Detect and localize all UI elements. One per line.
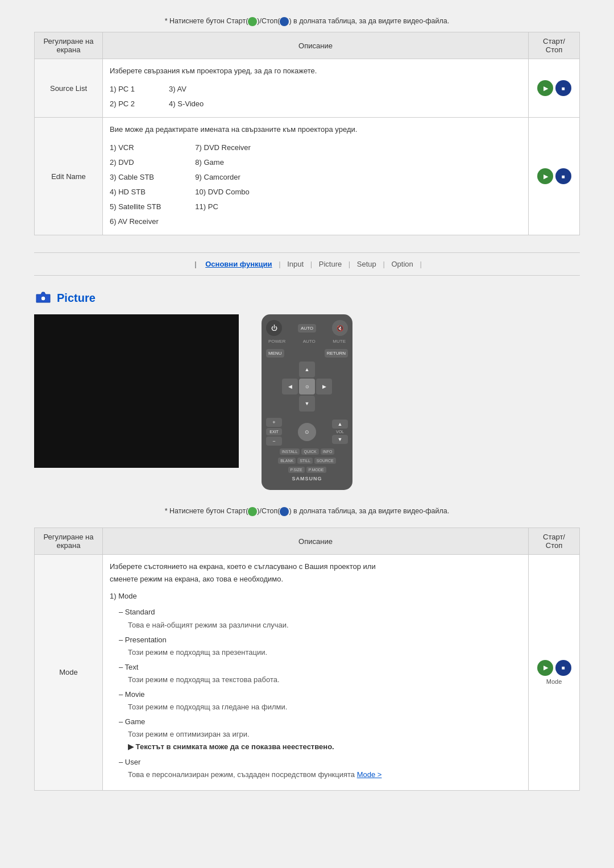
nav-sep2: | [310, 260, 312, 268]
mode-desc: Това е най-общият режим за различни случ… [128, 619, 521, 632]
mode-user: – User Това е персонализиран режим, създ… [119, 756, 521, 781]
table-row: Mode Изберете състоянието на екрана, кое… [35, 555, 580, 791]
nav-item-option[interactable]: Option [391, 260, 413, 268]
remote-small-row3: P.SIZE P.MODE [288, 467, 326, 473]
picture-screen [34, 314, 239, 468]
play-stop-group-2 [536, 168, 572, 184]
stop-button-mode[interactable] [555, 660, 571, 676]
nav-sep3: | [349, 260, 350, 268]
remote-top-row: ⏻ AUTO 🔇 [266, 320, 348, 336]
remote-center-action[interactable]: ⊙ [298, 423, 316, 441]
play-button-2[interactable] [537, 168, 553, 184]
remote-quick-btn[interactable]: QUICK [301, 448, 318, 455]
play-stop-group [536, 80, 572, 96]
editname-item: 7) DVD Receiver [195, 140, 251, 155]
editname-item: 4) HD STB [110, 185, 161, 200]
remote-pmode-btn[interactable]: P.MODE [306, 467, 326, 473]
remote-return-btn[interactable]: RETURN [325, 349, 348, 358]
nav-sep5: | [420, 260, 421, 268]
remote-vup2[interactable]: ▲ [332, 420, 348, 429]
mode-btn-cell: Mode [529, 555, 580, 791]
mode-desc: Това е персонализиран режим, създаден по… [128, 769, 521, 781]
remote-vol-up[interactable]: + [266, 418, 282, 427]
stop-icon-2 [280, 507, 289, 516]
source-item: 3) AV [169, 82, 204, 97]
mode-link[interactable]: Mode > [357, 770, 382, 779]
nav-item-picture[interactable]: Picture [319, 260, 342, 268]
nav-item-input[interactable]: Input [287, 260, 304, 268]
editname-item: 8) Game [195, 155, 251, 170]
source-item: 1) PC 1 [110, 82, 135, 97]
remote-source-btn[interactable]: SOURCE [314, 458, 336, 464]
table1-col3-header: Старт/Стоп [529, 32, 580, 59]
mode-standard: – Standard Това е най-общият режим за ра… [119, 606, 521, 631]
mode-name: – Text [119, 661, 521, 674]
row-label-source: Source List [35, 59, 103, 118]
remote-install-btn[interactable]: INSTALL [280, 448, 300, 455]
stop-button-2[interactable] [555, 168, 571, 184]
mode-btn-label: Mode [536, 678, 572, 685]
nav-sep4: | [383, 260, 384, 268]
play-button[interactable] [537, 80, 553, 96]
note2-mid: )/Стоп( [257, 507, 280, 515]
stop-button[interactable] [555, 80, 571, 96]
start-icon-1 [248, 17, 257, 26]
stop-icon-1 [280, 17, 289, 26]
remote-power-btn[interactable]: ⏻ [266, 320, 282, 336]
table-1: Регулиране на екрана Описание Старт/Стоп… [34, 32, 580, 235]
table1-col2-header: Описание [103, 32, 529, 59]
page-container: * Натиснете бутон Старт()/Стоп() в долна… [0, 0, 614, 825]
editname-desc-text: Вие може да редактирате имената на свърз… [110, 123, 521, 136]
mode-desc: Този режим е подходящ за гледане на филм… [128, 701, 521, 713]
row-label-mode: Mode [35, 555, 103, 791]
editname-item: 10) DVD Combo [195, 185, 251, 200]
remote-still-btn[interactable]: STILL [297, 458, 313, 464]
remote-small-row2: BLANK STILL SOURCE [278, 458, 336, 464]
remote-vol-down[interactable]: − [266, 437, 282, 446]
remote-up-btn[interactable]: ▲ [299, 362, 315, 377]
nav-item-osnovni[interactable]: Основни функции [205, 260, 272, 268]
mode-name: – User [119, 756, 521, 769]
remote-center-btn[interactable]: ⊙ [299, 379, 315, 394]
remote-menu-row: MENU RETURN [266, 349, 348, 358]
mode-desc: Този режим е подходящ за текстова работа… [128, 674, 521, 686]
picture-header: Picture [34, 290, 580, 306]
remote-mute-btn[interactable]: 🔇 [332, 320, 348, 336]
picture-icon [34, 290, 52, 306]
remote-right-group: ▲ VOL ▼ [332, 420, 348, 444]
source-desc-text: Изберете свързания към проектора уред, з… [110, 65, 521, 77]
note2-text: * Натиснете бутон Старт( [165, 507, 248, 515]
row-desc-source: Изберете свързания към проектора уред, з… [103, 59, 529, 118]
remote-vdown2[interactable]: ▼ [332, 435, 348, 444]
table-2: Регулиране на екрана Описание Старт/Стоп… [34, 528, 580, 791]
source-col2: 3) AV 4) S-Video [169, 82, 204, 111]
play-button-mode[interactable] [537, 660, 553, 676]
remote-info-btn[interactable]: INFO [321, 448, 335, 455]
remote-auto-btn[interactable]: AUTO [298, 324, 316, 333]
remote-left-btn[interactable]: ◀ [282, 379, 298, 394]
row-desc-mode: Изберете състоянието на екрана, което е … [103, 555, 529, 791]
auto-label: AUTO [303, 339, 316, 344]
mode-presentation: – Presentation Този режим е подходящ за … [119, 634, 521, 659]
remote-control: ⏻ AUTO 🔇 POWER AUTO MUTE MENU RETURN [262, 314, 352, 490]
remote-brand-label: SAMSUNG [292, 476, 322, 481]
remote-blank-btn[interactable]: BLANK [278, 458, 296, 464]
remote-psize-btn[interactable]: P.SIZE [288, 467, 305, 473]
remote-small-row1: INSTALL QUICK INFO [280, 448, 335, 455]
table2-col3-header: Старт/Стоп [529, 528, 580, 555]
remote-exit-btn[interactable]: EXIT [266, 428, 282, 435]
note-line-1: * Натиснете бутон Старт()/Стоп() в долна… [34, 17, 580, 26]
note1-mid: )/Стоп( [257, 17, 280, 25]
power-label: POWER [268, 339, 285, 344]
picture-section: Picture ⏻ AUTO 🔇 POWER AUTO MUTE [34, 290, 580, 490]
picture-title: Picture [57, 292, 96, 305]
remote-right-btn[interactable]: ▶ [316, 379, 332, 394]
remote-down-btn[interactable]: ▼ [299, 396, 315, 412]
source-item: 4) S-Video [169, 97, 204, 111]
source-col1: 1) PC 1 2) PC 2 [110, 82, 135, 111]
remote-menu-btn[interactable]: MENU [266, 349, 284, 358]
nav-item-setup[interactable]: Setup [357, 260, 376, 268]
mode-desc: Този режим е подходящ за презентации. [128, 646, 521, 659]
picture-content: ⏻ AUTO 🔇 POWER AUTO MUTE MENU RETURN [34, 314, 580, 490]
row-desc-editname: Вие може да редактирате имената на свърз… [103, 118, 529, 235]
